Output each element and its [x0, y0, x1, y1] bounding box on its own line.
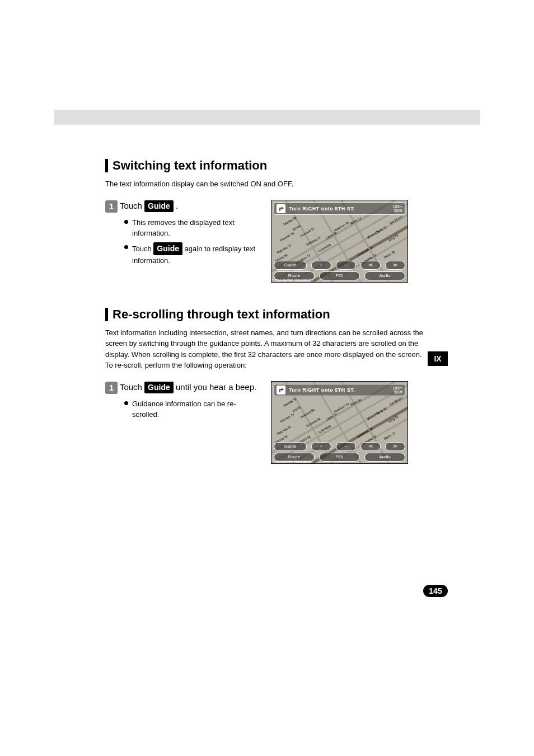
- nav-screenshot: Market St Jessie Mission St Howard St Cl…: [271, 381, 408, 464]
- street-label: Jessie: [292, 224, 302, 232]
- scale-top: 100m: [392, 205, 402, 209]
- zoom-out-button[interactable]: −: [336, 261, 356, 270]
- heading-bar-icon: [105, 308, 108, 321]
- section-heading-2: Re-scrolling through text information: [105, 307, 427, 322]
- step-row-1: 1 Touch Guide . This removes the display…: [105, 200, 427, 283]
- guide-button-label: Guide: [144, 200, 174, 213]
- zoom-in-button[interactable]: +: [311, 261, 331, 270]
- map-scale: 100m 300ft: [392, 386, 402, 394]
- scroll-back-button[interactable]: ≪: [360, 442, 381, 451]
- section-title: Switching text information: [113, 158, 267, 173]
- step-instruction: 1 Touch Guide until you hear a beep.: [105, 381, 257, 394]
- bullet-list: This removes the displayed text informat…: [105, 217, 257, 266]
- scale-top: 100m: [392, 386, 402, 390]
- scroll-fwd-button[interactable]: ≫: [385, 261, 405, 270]
- map-copyright: ©2004 NAVTEQ ©2004 DENSO: [273, 279, 313, 282]
- step-number-badge: 1: [105, 382, 118, 394]
- bullet-pre: Touch: [132, 245, 153, 253]
- guidance-text: Turn RIGHT onto 5TH ST.: [289, 206, 355, 212]
- step-post-text: .: [174, 201, 178, 210]
- street-label: Jessie: [292, 405, 302, 413]
- guidance-text: Turn RIGHT onto 5TH ST.: [289, 387, 355, 393]
- audio-button[interactable]: Audio: [364, 271, 405, 280]
- list-item: Touch Guide again to redisplay text info…: [124, 242, 257, 266]
- step-pre-text: Touch: [120, 201, 144, 210]
- step-text-column: 1 Touch Guide until you hear a beep. Gui…: [105, 381, 257, 424]
- scroll-back-button[interactable]: ≪: [360, 261, 381, 270]
- poi-button[interactable]: POI: [319, 271, 360, 280]
- page-content: Switching text information The text info…: [105, 158, 427, 464]
- step-row-2: 1 Touch Guide until you hear a beep. Gui…: [105, 381, 427, 464]
- heading-bar-icon: [105, 159, 108, 172]
- turn-right-icon: [277, 204, 285, 213]
- section-2: Re-scrolling through text information Te…: [105, 307, 427, 464]
- map-scale: 100m 300ft: [392, 205, 402, 213]
- bullet-list: Guidance information can be re-scrolled.: [105, 398, 257, 420]
- step-instruction: 1 Touch Guide .: [105, 200, 257, 213]
- section-intro: The text information display can be swit…: [105, 179, 427, 190]
- zoom-out-button[interactable]: −: [336, 442, 356, 451]
- section-intro: Text information including intersection,…: [105, 327, 427, 371]
- street-label: Clyde St: [374, 406, 387, 416]
- map-guidance-bar: Turn RIGHT onto 5TH ST. 100m 300ft: [274, 203, 405, 215]
- bullet-text: Guidance information can be re-scrolled.: [132, 400, 236, 419]
- section-title: Re-scrolling through text information: [113, 307, 330, 322]
- scale-bot: 300ft: [392, 390, 402, 394]
- list-item: This removes the displayed text informat…: [124, 217, 257, 239]
- list-item: Guidance information can be re-scrolled.: [124, 398, 257, 420]
- chapter-tab: IX: [428, 351, 448, 366]
- step-number-badge: 1: [105, 200, 118, 213]
- street-label: Mission St: [279, 231, 294, 242]
- step-post-text: until you hear a beep.: [174, 382, 256, 392]
- step-pre-text: Touch: [120, 382, 144, 392]
- section-heading-1: Switching text information: [105, 158, 427, 173]
- guide-button-label: Guide: [153, 242, 182, 255]
- turn-right-icon: [277, 386, 285, 395]
- map-guidance-bar: Turn RIGHT onto 5TH ST. 100m 300ft: [274, 384, 405, 396]
- bullet-text: This removes the displayed text informat…: [132, 218, 235, 238]
- street-label: Mission St: [279, 412, 294, 423]
- street-label: Clyde St: [374, 225, 387, 234]
- step-text-column: 1 Touch Guide . This removes the display…: [105, 200, 257, 270]
- poi-button[interactable]: POI: [319, 453, 360, 462]
- guide-button-label: Guide: [144, 382, 174, 394]
- street-label: Market St: [283, 397, 297, 407]
- guide-button[interactable]: Guide: [274, 261, 307, 270]
- page-number-badge: 145: [423, 585, 448, 597]
- scale-bot: 300ft: [392, 209, 402, 213]
- page-header-bar: [54, 110, 480, 125]
- guide-button[interactable]: Guide: [274, 442, 307, 451]
- map-copyright: ©2004 NAVTEQ ©2004 DENSO: [273, 460, 313, 463]
- nav-screenshot: Market St Jessie Mission St Howard St Cl…: [271, 200, 408, 283]
- street-label: Market St: [283, 215, 297, 226]
- scroll-fwd-button[interactable]: ≫: [385, 442, 405, 451]
- map-button-row-1: Guide + − ≪ ≫: [274, 261, 405, 270]
- street-label: Natoma St: [276, 425, 292, 435]
- map-button-row-1: Guide + − ≪ ≫: [274, 442, 405, 451]
- audio-button[interactable]: Audio: [364, 453, 405, 462]
- zoom-in-button[interactable]: +: [311, 442, 331, 451]
- street-label: Natoma St: [276, 243, 292, 254]
